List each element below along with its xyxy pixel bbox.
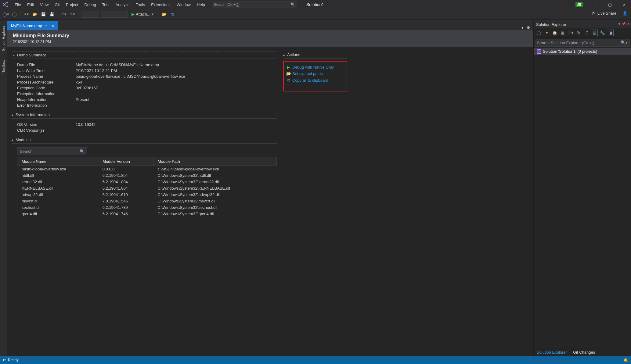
tab-dropdown-icon[interactable]: ▾ <box>521 25 524 30</box>
info-value: Present <box>76 97 89 102</box>
table-row[interactable]: advapi32.dll6.2.19041.610C:\Windows\Syst… <box>17 191 277 198</box>
tab-gear-icon[interactable]: ⚙ <box>527 25 530 30</box>
back-icon[interactable]: ◯ <box>535 30 542 36</box>
menu-debug[interactable]: Debug <box>81 1 99 9</box>
preview-icon[interactable]: ◨ <box>607 30 614 36</box>
show-all-icon[interactable]: ▧ <box>591 30 598 36</box>
menu-tools[interactable]: Tools <box>133 1 148 9</box>
user-avatar-badge[interactable]: JR <box>575 2 583 7</box>
toolbar-overflow-icon[interactable]: ⁞ <box>178 11 185 18</box>
nav-forward-icon[interactable]: ◯ <box>11 11 18 18</box>
info-label: Exception Code <box>17 86 76 90</box>
column-header[interactable]: Module Path <box>153 157 276 166</box>
user-icon[interactable]: 👤 <box>622 11 627 16</box>
platform-dropdown[interactable] <box>101 11 128 18</box>
nav-back-icon[interactable]: ◯▾ <box>2 11 9 18</box>
actions-header[interactable]: ▴ Actions <box>283 51 347 59</box>
action-folder[interactable]: 📂Set symbol paths <box>286 70 344 77</box>
menu-help[interactable]: Help <box>194 1 208 9</box>
save-icon[interactable]: 💾 <box>40 11 47 18</box>
table-row[interactable]: rpcrt4.dll6.2.19041.746C:\Windows\System… <box>17 211 277 217</box>
toolbox-tab[interactable]: Toolbox <box>2 60 6 73</box>
switch-view-icon[interactable]: ▦ <box>559 30 566 36</box>
system-info-header[interactable]: ▴ System Information <box>12 111 277 119</box>
sync-icon[interactable]: ↻ <box>575 30 582 36</box>
git-changes-tab[interactable]: Git Changes <box>570 348 598 356</box>
menu-extensions[interactable]: Extensions <box>148 1 174 9</box>
table-cell: c:\MSDN\basic-global-overflow.exe <box>153 166 276 173</box>
copy-icon: ⧉ <box>286 78 290 83</box>
table-cell: 6.2.19041.789 <box>98 204 153 211</box>
undo-icon[interactable]: ↶▾ <box>60 11 67 18</box>
new-item-icon[interactable]: ✧▾ <box>23 11 30 18</box>
forward-icon[interactable]: ▾ <box>543 30 550 36</box>
maximize-button[interactable]: ▢ <box>603 0 617 9</box>
module-search-input[interactable]: Search 🔍 <box>17 147 87 155</box>
panel-dropdown-icon[interactable]: ▾ <box>618 22 620 26</box>
action-play[interactable]: ▶Debug with Native Only <box>286 64 344 70</box>
menu-edit[interactable]: Edit <box>24 1 37 9</box>
window-layout-icon[interactable]: ⧉ <box>169 11 176 18</box>
action-copy[interactable]: ⧉Copy all to clipboard <box>286 77 344 84</box>
panel-title-label: Solution Explorer <box>536 22 566 27</box>
home-icon[interactable]: 🏠 <box>551 30 558 36</box>
table-row[interactable]: msvcrt.dll7.0.19041.546C:\Windows\System… <box>17 198 277 204</box>
table-cell: 6.2.19041.746 <box>98 211 153 217</box>
menu-project[interactable]: Project <box>63 1 81 9</box>
server-explorer-tab[interactable]: Server Explorer <box>2 26 6 51</box>
document-tab[interactable]: MyFileName.dmp ⊣ ✕ <box>7 21 58 30</box>
filter-icon[interactable]: ☄▾ <box>567 30 574 36</box>
menu-window[interactable]: Window <box>174 1 194 9</box>
column-header[interactable]: Module Name <box>17 157 98 166</box>
panel-pin-icon[interactable]: 📌 <box>622 22 626 26</box>
collapse-icon[interactable]: ⇵ <box>583 30 590 36</box>
menu-view[interactable]: View <box>37 1 52 9</box>
attach-label: Attach... <box>136 12 150 16</box>
info-row: Error Information <box>17 102 277 108</box>
info-value: 10.0.19042 <box>76 122 96 127</box>
info-label: Error Information <box>17 103 76 108</box>
open-folder-icon[interactable]: 📂 <box>31 11 38 18</box>
panel-close-icon[interactable]: ✕ <box>627 22 630 26</box>
minimize-button[interactable]: ─ <box>589 0 603 9</box>
vs-logo-icon <box>2 1 9 8</box>
column-header[interactable]: Module Version <box>98 157 153 166</box>
attach-button[interactable]: ▶ Attach... ▾ <box>130 12 156 16</box>
save-all-icon[interactable]: 💾 <box>49 11 55 18</box>
solution-node[interactable]: Solution 'Solution1' (0 projects) <box>534 48 631 55</box>
info-row: Process Namebasic-global-overflow.exe : … <box>17 73 277 79</box>
module-search-placeholder: Search <box>20 149 32 154</box>
table-row[interactable]: kernel32.dll6.2.19041.804C:\Windows\Syst… <box>17 179 277 185</box>
menu-file[interactable]: File <box>12 1 24 9</box>
table-row[interactable]: basic-global-overflow.exe0.0.0.0c:\MSDN\… <box>17 166 277 173</box>
dump-summary-header[interactable]: ▴ Dump Summary <box>12 51 277 59</box>
tab-close-icon[interactable]: ✕ <box>50 23 56 28</box>
section-label: Dump Summary <box>17 53 46 57</box>
config-dropdown[interactable] <box>81 11 99 18</box>
table-row[interactable]: ntdll.dll6.2.19041.804C:\Windows\System3… <box>17 172 277 179</box>
modules-table: Module NameModule VersionModule Path bas… <box>17 157 277 217</box>
menu-analyze[interactable]: Analyze <box>113 1 133 9</box>
menu-test[interactable]: Test <box>99 1 113 9</box>
notification-bell-icon[interactable]: 🔔 <box>623 358 628 362</box>
table-cell: 7.0.19041.546 <box>98 198 153 204</box>
close-window-button[interactable]: ✕ <box>617 0 631 9</box>
table-cell: C:\Windows\System32\KERNELBASE.dll <box>153 185 276 191</box>
menu-git[interactable]: Git <box>52 1 63 9</box>
table-row[interactable]: KERNELBASE.dll6.2.19041.804C:\Windows\Sy… <box>17 185 277 191</box>
quick-launch-search[interactable]: Search (Ctrl+Q) 🔍 <box>212 2 297 8</box>
properties-icon[interactable]: 🔧 <box>599 30 606 36</box>
solution-explorer-search[interactable]: Search Solution Explorer (Ctrl+;) 🔍▾ <box>535 39 630 47</box>
quick-launch-placeholder: Search (Ctrl+Q) <box>214 2 240 7</box>
info-value: x64 <box>76 80 82 84</box>
section-label: Modules <box>16 137 31 142</box>
table-row[interactable]: sechost.dll6.2.19041.789C:\Windows\Syste… <box>17 204 277 211</box>
play-icon: ▶ <box>286 65 290 70</box>
redo-icon[interactable]: ↷▾ <box>69 11 76 18</box>
pin-icon[interactable]: ⊣ <box>45 24 48 28</box>
info-label: Last Write Time <box>17 68 76 73</box>
folder-toolbar-icon[interactable]: 📂 <box>161 11 168 18</box>
live-share-button[interactable]: ⇱ Live Share 👤 <box>592 11 627 16</box>
modules-header[interactable]: ▴ Modules <box>12 136 277 144</box>
solution-explorer-tab[interactable]: Solution Explorer <box>534 348 570 356</box>
